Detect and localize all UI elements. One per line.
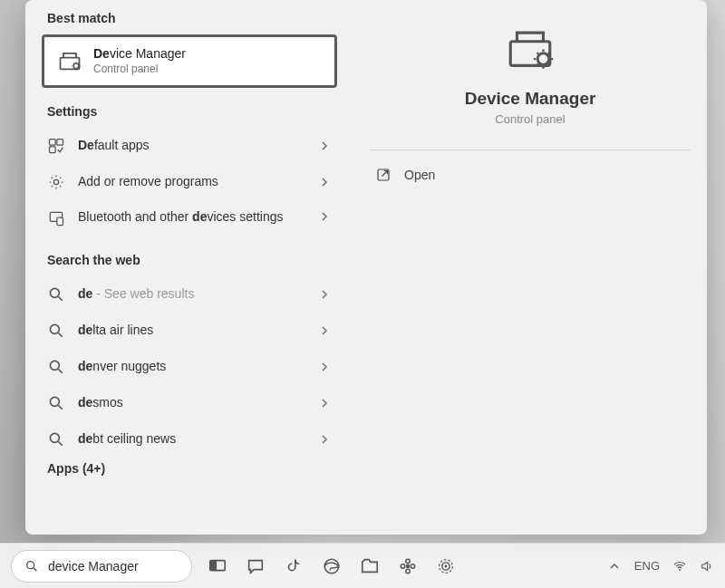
settings-item-bluetooth-devices[interactable]: Bluetooth and other devices settings xyxy=(25,200,353,249)
svg-point-20 xyxy=(406,564,410,567)
svg-point-21 xyxy=(406,559,410,563)
svg-point-14 xyxy=(537,53,549,65)
edge-browser-icon[interactable] xyxy=(319,554,344,579)
open-icon xyxy=(375,167,392,183)
chevron-right-icon xyxy=(317,139,332,153)
web-item-label: desmos xyxy=(78,395,304,411)
open-action[interactable]: Open xyxy=(370,150,691,199)
settings-item-label: Default apps xyxy=(78,138,304,154)
svg-point-16 xyxy=(27,561,34,568)
device-manager-large-icon xyxy=(504,22,556,74)
web-item-desmos[interactable]: desmos xyxy=(25,385,353,421)
bluetooth-icon xyxy=(47,209,65,227)
chevron-right-icon xyxy=(317,287,332,302)
chevron-right-icon xyxy=(317,360,332,374)
svg-point-22 xyxy=(406,569,410,573)
app-tiktok-icon[interactable] xyxy=(281,554,306,579)
web-item-de[interactable]: de - See web results xyxy=(25,276,353,313)
volume-icon[interactable] xyxy=(700,559,714,574)
svg-point-24 xyxy=(411,564,414,567)
default-apps-icon xyxy=(47,137,65,155)
file-explorer-icon[interactable] xyxy=(357,554,382,579)
taskbar: device Manager ENG xyxy=(0,543,725,588)
device-manager-icon xyxy=(57,48,82,73)
svg-point-5 xyxy=(53,179,58,184)
svg-point-27 xyxy=(445,564,448,567)
wifi-icon[interactable] xyxy=(672,559,687,574)
web-item-label: denver nuggets xyxy=(78,359,304,375)
svg-rect-3 xyxy=(57,139,63,145)
settings-item-label: Bluetooth and other devices settings xyxy=(78,209,304,226)
taskbar-search-box[interactable]: device Manager xyxy=(11,550,192,583)
chevron-right-icon xyxy=(317,432,332,447)
web-heading: Search the web xyxy=(25,249,353,276)
programs-icon xyxy=(47,173,65,191)
svg-rect-18 xyxy=(210,560,217,570)
search-results-panel: Best match Device Manager Control panel … xyxy=(25,0,707,535)
svg-point-11 xyxy=(50,397,59,406)
svg-point-12 xyxy=(50,433,59,442)
app-flower-icon[interactable] xyxy=(395,554,420,579)
web-item-debt-ceiling-news[interactable]: debt ceiling news xyxy=(25,421,353,458)
svg-rect-2 xyxy=(50,139,56,145)
search-icon xyxy=(47,358,65,376)
svg-point-1 xyxy=(73,63,79,69)
search-icon xyxy=(24,559,39,574)
web-item-delta-air-lines[interactable]: delta air lines xyxy=(25,313,353,349)
language-indicator[interactable]: ENG xyxy=(634,559,660,573)
svg-point-9 xyxy=(50,324,59,333)
settings-item-add-remove-programs[interactable]: Add or remove programs xyxy=(25,164,353,200)
svg-point-19 xyxy=(324,559,339,574)
svg-point-10 xyxy=(50,361,59,370)
details-pane: Device Manager Control panel Open xyxy=(353,0,707,535)
chevron-up-icon[interactable] xyxy=(607,559,622,574)
results-list: Best match Device Manager Control panel … xyxy=(25,0,353,535)
search-icon xyxy=(47,394,65,412)
search-icon xyxy=(47,430,65,448)
settings-item-default-apps[interactable]: Default apps xyxy=(25,128,353,164)
svg-point-28 xyxy=(679,569,681,571)
svg-point-8 xyxy=(50,288,59,297)
system-tray: ENG xyxy=(607,559,714,574)
chevron-right-icon xyxy=(317,175,332,189)
chevron-right-icon xyxy=(317,396,332,410)
chat-button[interactable] xyxy=(243,554,268,579)
taskview-button[interactable] xyxy=(205,554,230,579)
web-item-denver-nuggets[interactable]: denver nuggets xyxy=(25,349,353,385)
settings-item-label: Add or remove programs xyxy=(78,174,304,190)
best-match-text: Device Manager Control panel xyxy=(93,46,186,76)
settings-heading: Settings xyxy=(25,101,353,128)
best-match-device-manager[interactable]: Device Manager Control panel xyxy=(42,34,337,88)
best-match-title: Device Manager xyxy=(93,46,186,63)
search-icon xyxy=(47,322,65,340)
taskbar-search-value: device Manager xyxy=(48,559,139,574)
svg-point-23 xyxy=(401,564,404,567)
search-icon xyxy=(47,285,65,304)
open-label: Open xyxy=(404,168,435,182)
svg-rect-7 xyxy=(57,217,63,225)
svg-rect-4 xyxy=(50,146,56,152)
apps-heading: Apps (4+) xyxy=(25,458,353,485)
web-item-label: delta air lines xyxy=(78,323,304,339)
app-target-icon[interactable] xyxy=(433,554,459,579)
web-item-label: debt ceiling news xyxy=(78,431,304,448)
best-match-heading: Best match xyxy=(25,7,353,34)
chevron-right-icon xyxy=(317,209,332,224)
details-title: Device Manager xyxy=(465,89,596,109)
details-subtitle: Control panel xyxy=(495,112,565,126)
chevron-right-icon xyxy=(317,323,332,338)
web-item-label: de - See web results xyxy=(78,286,304,303)
best-match-subtitle: Control panel xyxy=(93,63,186,76)
